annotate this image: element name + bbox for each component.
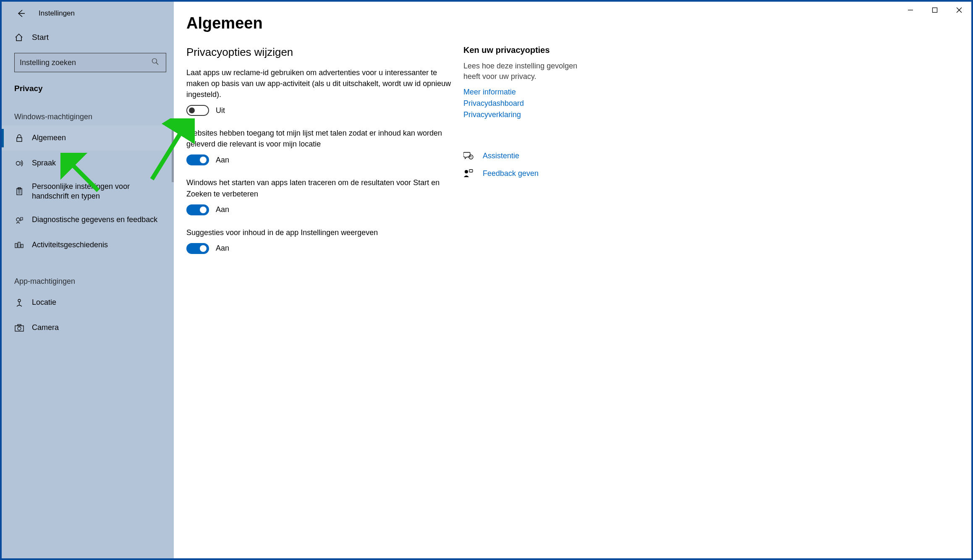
sidebar-item-label: Algemeen bbox=[32, 133, 66, 143]
setting-description: Laat apps uw reclame-id gebruiken om adv… bbox=[186, 67, 455, 100]
toggle-suggested-content[interactable] bbox=[186, 243, 209, 254]
get-help-link[interactable]: ? Assistentie bbox=[463, 151, 594, 160]
home-icon bbox=[14, 33, 24, 42]
toggle-advertising-id[interactable] bbox=[186, 105, 209, 116]
sidebar-item-inking[interactable]: Persoonlijke instellingen voor handschri… bbox=[2, 176, 174, 207]
sidebar-item-label: Activiteitsgeschiedenis bbox=[32, 240, 108, 250]
svg-point-5 bbox=[152, 59, 157, 63]
help-icon: ? bbox=[463, 151, 475, 160]
search-box[interactable] bbox=[14, 53, 166, 72]
sidebar-item-diagnostics[interactable]: Diagnostische gegevens en feedback bbox=[2, 207, 174, 233]
svg-text:?: ? bbox=[470, 155, 472, 159]
back-button[interactable] bbox=[15, 8, 27, 19]
link-privacy-dashboard[interactable]: Privacydashboard bbox=[463, 99, 594, 108]
svg-rect-17 bbox=[21, 244, 23, 248]
svg-point-24 bbox=[465, 170, 468, 173]
right-panel: Ken uw privacyopties Lees hoe deze inste… bbox=[455, 14, 594, 558]
svg-point-18 bbox=[18, 299, 21, 302]
main-content: Algemeen Privacyopties wijzigen Laat app… bbox=[174, 2, 971, 558]
camera-icon bbox=[14, 324, 24, 332]
help-label: Assistentie bbox=[483, 152, 519, 160]
group-app-permissions: App-machtigingen bbox=[14, 277, 174, 286]
sidebar-item-speech[interactable]: Spraak bbox=[2, 151, 174, 176]
home-label: Start bbox=[32, 33, 49, 42]
setting-website-languages: Websites hebben toegang tot mijn lijst m… bbox=[186, 128, 455, 165]
toggle-state: Aan bbox=[216, 205, 229, 214]
subsection-title: Privacyopties wijzigen bbox=[186, 46, 455, 59]
group-windows-permissions: Windows-machtigingen bbox=[14, 113, 174, 121]
toggle-website-languages[interactable] bbox=[186, 154, 209, 165]
setting-description: Windows het starten van apps laten trace… bbox=[186, 177, 455, 199]
setting-advertising-id: Laat apps uw reclame-id gebruiken om adv… bbox=[186, 67, 455, 116]
right-text: Lees hoe deze instelling gevolgen heeft … bbox=[463, 61, 594, 82]
svg-rect-21 bbox=[18, 324, 21, 326]
sidebar: Instellingen Start Privacy Windows-macht… bbox=[2, 2, 174, 558]
sidebar-item-label: Camera bbox=[32, 323, 59, 332]
sidebar-item-label: Locatie bbox=[32, 298, 56, 307]
setting-app-launches: Windows het starten van apps laten trace… bbox=[186, 177, 455, 215]
svg-rect-15 bbox=[15, 243, 17, 248]
link-more-info[interactable]: Meer informatie bbox=[463, 88, 594, 97]
svg-rect-25 bbox=[469, 170, 473, 172]
person-feedback-icon bbox=[463, 169, 475, 178]
toggle-state: Uit bbox=[216, 106, 225, 115]
location-icon bbox=[14, 298, 24, 307]
sidebar-item-label: Spraak bbox=[32, 158, 56, 168]
clipboard-icon bbox=[14, 187, 24, 196]
home-button[interactable]: Start bbox=[2, 25, 174, 50]
toggle-state: Aan bbox=[216, 244, 229, 253]
setting-description: Suggesties voor inhoud in de app Instell… bbox=[186, 227, 455, 238]
sidebar-item-location[interactable]: Locatie bbox=[2, 290, 174, 315]
svg-rect-16 bbox=[18, 242, 20, 248]
sidebar-item-general[interactable]: Algemeen bbox=[2, 126, 174, 151]
sidebar-item-activity-history[interactable]: Activiteitsgeschiedenis bbox=[2, 233, 174, 258]
feedback-label: Feedback geven bbox=[483, 169, 539, 178]
feedback-icon bbox=[14, 216, 24, 224]
search-input[interactable] bbox=[20, 58, 152, 67]
section-label: Privacy bbox=[14, 84, 174, 93]
svg-point-14 bbox=[16, 218, 20, 221]
history-icon bbox=[14, 241, 24, 249]
toggle-state: Aan bbox=[216, 156, 229, 165]
setting-suggested-content: Suggesties voor inhoud in de app Instell… bbox=[186, 227, 455, 254]
page-title: Algemeen bbox=[186, 14, 455, 32]
setting-description: Websites hebben toegang tot mijn lijst m… bbox=[186, 128, 455, 149]
sidebar-item-label: Persoonlijke instellingen voor handschri… bbox=[32, 182, 165, 201]
right-heading: Ken uw privacyopties bbox=[463, 45, 594, 55]
link-privacy-statement[interactable]: Privacyverklaring bbox=[463, 110, 594, 119]
sidebar-item-label: Diagnostische gegevens en feedback bbox=[32, 215, 157, 225]
svg-rect-7 bbox=[17, 138, 22, 141]
svg-point-20 bbox=[18, 327, 21, 330]
give-feedback-link[interactable]: Feedback geven bbox=[463, 169, 594, 178]
lock-icon bbox=[14, 134, 24, 142]
toggle-app-launches[interactable] bbox=[186, 204, 209, 215]
svg-line-6 bbox=[156, 63, 158, 65]
search-icon bbox=[152, 58, 161, 67]
window-title: Instellingen bbox=[39, 9, 75, 18]
svg-point-8 bbox=[16, 162, 20, 165]
speech-icon bbox=[14, 159, 24, 167]
sidebar-item-camera[interactable]: Camera bbox=[2, 315, 174, 340]
